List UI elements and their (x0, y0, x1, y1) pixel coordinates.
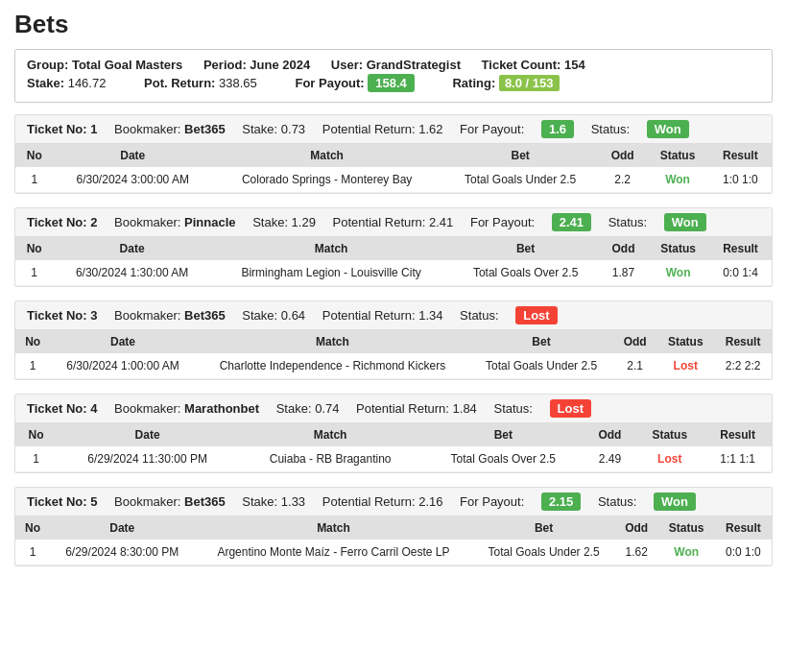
ticket-bookmaker-label: Bookmaker: Bet365 (114, 308, 226, 323)
pot-return-value: 338.65 (219, 76, 257, 90)
ticket-header: Ticket No: 4 Bookmaker: Marathonbet Stak… (15, 395, 772, 423)
ticket-table: NoDateMatchBetOddStatusResult16/30/2024 … (15, 237, 772, 286)
table-header-cell: No (15, 144, 54, 167)
group-info-box: Group: Total Goal Masters Period: June 2… (14, 49, 773, 103)
table-cell: 1.62 (615, 540, 658, 565)
table-cell: 1 (15, 446, 57, 472)
table-cell-result: 2:2 2:2 (714, 353, 772, 379)
ticket-no-label: Ticket No: 4 (27, 401, 97, 416)
table-cell: Birmingham Legion - Louisville City (211, 260, 452, 286)
table-cell: 1 (15, 540, 50, 565)
ticket-stake: Stake: 0.74 (276, 401, 340, 416)
ticket-for-payout-value: 2.15 (541, 492, 581, 511)
ticket-potential-return: Potential Return: 2.16 (322, 494, 443, 509)
table-header-cell: Status (635, 423, 704, 446)
ticket-bookmaker-label: Bookmaker: Bet365 (114, 122, 226, 136)
table-row: 16/30/2024 1:30:00 AMBirmingham Legion -… (15, 260, 772, 286)
ticket-status-label: Status: (460, 308, 498, 323)
ticket-stake: Stake: 1.29 (252, 215, 316, 229)
table-header-cell: Status (646, 144, 708, 167)
table-header-cell: Result (715, 516, 772, 540)
ticket-status-badge: Won (647, 120, 689, 138)
table-cell: Total Goals Under 2.5 (469, 353, 613, 379)
table-cell: 1 (15, 167, 54, 193)
ticket-block: Ticket No: 4 Bookmaker: Marathonbet Stak… (14, 394, 773, 473)
table-row: 16/29/2024 11:30:00 PMCuiaba - RB Bragan… (15, 446, 772, 472)
table-header-cell: Result (709, 144, 772, 167)
ticket-potential-return: Potential Return: 1.84 (356, 401, 477, 416)
table-header-cell: Status (656, 330, 714, 353)
table-header-cell: Bet (451, 237, 599, 260)
table-cell: 6/29/2024 8:30:00 PM (50, 540, 195, 565)
ticket-header: Ticket No: 1 Bookmaker: Bet365 Stake: 0.… (15, 115, 772, 144)
ticket-potential-return: Potential Return: 1.62 (322, 122, 443, 136)
period-label: Period: (203, 58, 247, 72)
ticket-block: Ticket No: 5 Bookmaker: Bet365 Stake: 1.… (14, 487, 773, 566)
table-header-cell: Bet (472, 516, 614, 540)
table-header-cell: Status (647, 237, 709, 260)
table-header-cell: Status (658, 516, 715, 540)
table-cell-result: 0:0 1:0 (715, 540, 772, 565)
table-cell: 1 (15, 353, 50, 379)
ticket-bookmaker-label: Bookmaker: Pinnacle (114, 215, 235, 229)
table-cell: Total Goals Over 2.5 (422, 446, 584, 472)
table-header-cell: Date (57, 423, 238, 446)
ticket-status-badge: Lost (515, 306, 557, 324)
ticket-no-label: Ticket No: 2 (27, 215, 97, 229)
table-cell: 6/30/2024 1:30:00 AM (53, 260, 210, 286)
page-title: Bets (14, 10, 773, 39)
ticket-for-payout-value: 2.41 (552, 213, 591, 231)
ticket-bookmaker-label: Bookmaker: Bet365 (114, 494, 226, 509)
table-cell: 2.1 (613, 353, 656, 379)
ticket-stake: Stake: 1.33 (242, 494, 305, 509)
ticket-block: Ticket No: 2 Bookmaker: Pinnacle Stake: … (14, 207, 773, 287)
table-header-cell: Result (714, 330, 772, 353)
table-header-cell: Odd (584, 423, 636, 446)
table-header-cell: Match (196, 330, 469, 353)
ticket-block: Ticket No: 1 Bookmaker: Bet365 Stake: 0.… (14, 114, 773, 194)
ticket-stake: Stake: 0.73 (242, 122, 305, 136)
table-header-cell: No (15, 423, 57, 446)
for-payout-label: For Payout: (295, 76, 364, 90)
table-header-cell: Odd (599, 144, 647, 167)
table-cell-result: 1:1 1:1 (704, 446, 772, 472)
table-header-cell: Bet (422, 423, 584, 446)
user-label: User: (331, 58, 363, 72)
ticket-for-payout-value: 1.6 (541, 120, 574, 138)
ticket-status-label: Status: (608, 215, 647, 229)
group-label: Group: (27, 58, 68, 72)
table-cell-status: Lost (656, 353, 714, 379)
table-cell: Total Goals Under 2.5 (441, 167, 599, 193)
ticket-stake: Stake: 0.64 (242, 308, 305, 323)
ticket-no-label: Ticket No: 3 (27, 308, 97, 323)
pot-return-label: Pot. Return: (144, 76, 215, 90)
table-header-cell: Date (53, 237, 210, 260)
table-cell: 6/29/2024 11:30:00 PM (57, 446, 238, 472)
table-header-cell: Bet (469, 330, 613, 353)
table-header-cell: Match (211, 237, 452, 260)
table-header-cell: Odd (615, 516, 658, 540)
table-cell-status: Lost (635, 446, 704, 472)
ticket-header: Ticket No: 5 Bookmaker: Bet365 Stake: 1.… (15, 488, 772, 516)
table-cell: 6/30/2024 3:00:00 AM (54, 167, 212, 193)
table-cell: Total Goals Over 2.5 (451, 260, 599, 286)
table-cell-result: 0:0 1:4 (709, 260, 772, 286)
table-header-cell: Result (709, 237, 772, 260)
ticket-header: Ticket No: 2 Bookmaker: Pinnacle Stake: … (15, 208, 772, 237)
table-cell: 2.2 (599, 167, 647, 193)
period-value: June 2024 (250, 58, 310, 72)
group-info-row-1: Group: Total Goal Masters Period: June 2… (27, 58, 760, 72)
ticket-table: NoDateMatchBetOddStatusResult16/30/2024 … (15, 144, 772, 193)
table-header-cell: Odd (600, 237, 647, 260)
table-header-cell: No (15, 330, 50, 353)
ticket-status-label: Status: (598, 494, 636, 509)
rating-value: 8.0 / 153 (499, 75, 560, 91)
ticket-status-label: Status: (591, 122, 630, 136)
ticket-no-label: Ticket No: 1 (27, 122, 97, 136)
table-header-cell: Result (704, 423, 772, 446)
ticket-for-payout-label: For Payout: (460, 122, 524, 136)
ticket-status-badge: Won (654, 492, 696, 511)
table-cell-status: Won (647, 260, 709, 286)
ticket-potential-return: Potential Return: 1.34 (322, 308, 443, 323)
ticket-potential-return: Potential Return: 2.41 (333, 215, 454, 229)
